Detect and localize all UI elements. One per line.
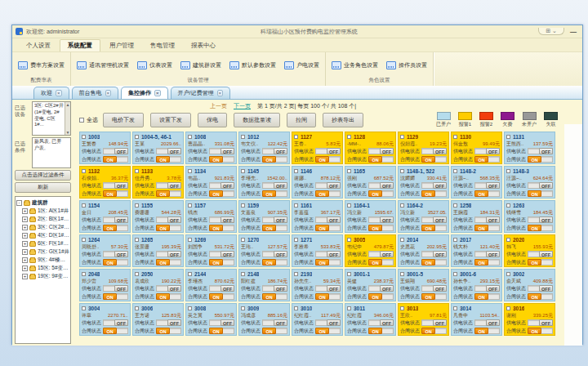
close-status-switch[interactable]: ON [103,293,128,300]
close-status-switch[interactable]: ON [368,293,394,300]
meter-card[interactable]: 3008 吴之翼 550.97元 供电状态 OFF [185,303,237,336]
switch-on-thumb[interactable]: ON [368,259,382,266]
close-status-switch[interactable]: ON [368,328,394,334]
card-checkbox[interactable] [347,169,351,173]
switch-off-thumb[interactable]: OFF [380,285,394,292]
supply-status-switch[interactable]: OFF [421,285,447,292]
card-checkbox[interactable] [400,306,404,310]
scroll-down-icon[interactable]: ▼ [65,130,70,136]
switch-off-thumb[interactable]: OFF [433,216,447,223]
next-page-link[interactable]: 下一页 [234,102,251,110]
supply-status-switch[interactable]: OFF [262,319,287,326]
supply-status-switch[interactable]: OFF [528,251,553,257]
card-checkbox[interactable] [241,135,245,139]
meter-card[interactable]: 2193 孙先生.. 59.34元 供电状态 OFF [292,269,343,301]
toolbar-button[interactable]: 数据批量读 [234,113,280,127]
meter-card[interactable]: 1132 石俊娟.. 36.37元 供电状态 OFF [79,166,131,199]
meter-card[interactable]: 3001-5 王炳翔 690.48元 供电状态 OFF [398,269,449,301]
ribbon-button[interactable]: 费率方案设置 [15,60,68,71]
switch-off-thumb[interactable]: OFF [167,251,181,257]
supply-status-switch[interactable]: OFF [421,148,447,154]
close-status-switch[interactable]: ON [474,293,500,300]
card-checkbox[interactable] [400,203,404,208]
meter-card[interactable]: 3014 凡贵中 1103.54.. 供电状态 OFF [451,303,502,336]
meter-card[interactable]: 1161 李嘉蕴 367.17元 供电状态 OFF [292,200,343,233]
meter-card[interactable]: 2048 郑少雷 109.68元 供电状态 OFF [79,269,131,301]
close-status-switch[interactable]: ON [368,156,394,163]
switch-off-thumb[interactable]: OFF [274,182,287,189]
switch-on-thumb[interactable]: ON [315,259,329,266]
expand-icon[interactable]: + [22,274,28,279]
card-checkbox[interactable] [453,203,457,208]
switch-on-thumb[interactable]: ON [209,156,223,163]
switch-on-thumb[interactable]: ON [103,225,117,231]
switch-on-thumb[interactable]: ON [474,225,488,231]
switch-on-thumb[interactable]: ON [421,156,435,163]
switch-on-thumb[interactable]: ON [103,328,117,334]
menu-item[interactable]: 报表中心 [184,40,223,51]
switch-on-thumb[interactable]: ON [528,156,541,163]
meter-card[interactable]: 3016 谢刚 339.25元 供电状态 OFF [504,303,555,336]
expand-icon[interactable]: + [22,216,28,222]
switch-on-thumb[interactable]: ON [474,259,488,266]
card-checkbox[interactable] [506,238,510,242]
close-status-switch[interactable]: ON [528,293,553,300]
ribbon-button[interactable]: 户电设置 [281,60,323,71]
meter-card[interactable]: 1008 曹晶晶.. 331.08元 供电状态 OFF [185,132,237,164]
supply-status-switch[interactable]: OFF [474,182,500,189]
toolbar-button[interactable]: 电价下发 [103,113,144,127]
switch-on-thumb[interactable]: ON [368,225,382,231]
card-checkbox[interactable] [347,272,351,276]
card-checkbox[interactable] [135,238,139,242]
switch-on-thumb[interactable]: ON [156,156,170,163]
card-checkbox[interactable] [135,272,139,276]
supply-status-switch[interactable]: OFF [528,285,553,292]
switch-on-thumb[interactable]: ON [528,225,541,231]
switch-on-thumb[interactable]: ON [156,293,170,300]
switch-off-thumb[interactable]: OFF [167,319,181,326]
supply-status-switch[interactable]: OFF [262,216,287,223]
switch-on-thumb[interactable]: ON [368,328,382,334]
close-status-switch[interactable]: ON [103,225,128,231]
card-checkbox[interactable] [400,169,404,173]
card-checkbox[interactable] [241,169,245,173]
select-all[interactable]: 全选 [79,116,98,124]
switch-on-thumb[interactable]: ON [315,328,329,334]
switch-off-thumb[interactable]: OFF [380,182,394,189]
close-status-switch[interactable]: ON [474,156,500,163]
meter-card[interactable]: 1269 刘国争 531.72元 供电状态 OFF [185,234,237,267]
supply-status-switch[interactable]: OFF [315,216,341,223]
card-checkbox[interactable] [188,238,192,242]
switch-off-thumb[interactable]: OFF [167,216,181,223]
card-checkbox[interactable] [347,306,351,310]
card-checkbox[interactable] [82,306,86,310]
meter-card[interactable]: 2017 钱大朴 121.40元 供电状态 OFF [451,234,502,267]
switch-off-thumb[interactable]: OFF [220,319,234,326]
switch-on-thumb[interactable]: ON [262,225,276,231]
meter-card[interactable]: 1155 费珊珊 544.28元 供电状态 OFF [132,200,184,233]
close-status-switch[interactable]: ON [315,190,341,197]
switch-on-thumb[interactable]: ON [368,156,382,163]
tab[interactable]: 前台售电 × [72,87,119,99]
card-checkbox[interactable] [347,135,351,139]
switch-off-thumb[interactable]: OFF [114,148,128,154]
minimize-button[interactable]: — [568,28,579,35]
selected-filter-listbox[interactable]: 新风表, 已开户表, [32,137,71,168]
choose-filter-button[interactable]: 点击选择过滤条件 [15,170,71,181]
meter-card[interactable]: 1164-1 冯立新 1595.67. 供电状态 OFF [345,200,396,233]
close-status-switch[interactable]: ON [474,190,500,197]
meter-card[interactable]: 1159 文嘉泉 907.35元 供电状态 OFF [238,200,290,233]
card-checkbox[interactable] [241,272,245,276]
toolbar-button[interactable]: 拉闸 [287,113,316,127]
listbox-scrollbar[interactable]: ▲ ▼ [65,102,70,135]
meter-card[interactable]: 1145 李瑾先.. 1542.00.. 供电状态 OFF [238,166,290,199]
supply-status-switch[interactable]: OFF [368,148,394,154]
card-checkbox[interactable] [294,203,298,208]
close-status-switch[interactable]: ON [368,225,394,231]
meter-card[interactable]: 1127 王春.. 5.83元 供电状态 OFF [292,132,343,164]
tree-item[interactable]: + 7区: G区1#井 [16,248,69,256]
close-status-switch[interactable]: ON [421,259,447,266]
switch-off-thumb[interactable]: OFF [486,148,500,154]
supply-status-switch[interactable]: OFF [421,216,447,223]
supply-status-switch[interactable]: OFF [103,319,128,326]
